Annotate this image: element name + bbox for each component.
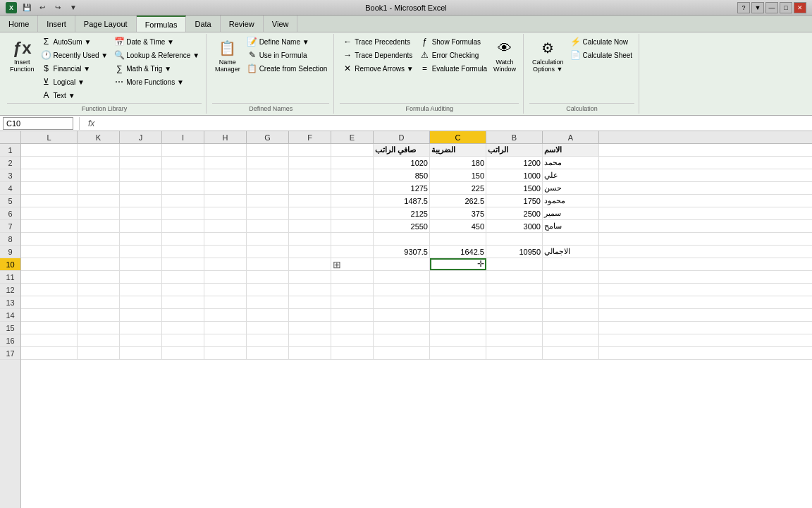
- calculate-now-btn[interactable]: ⚡ Calculate Now: [568, 35, 635, 48]
- cell-E15[interactable]: [331, 322, 374, 334]
- cell-A1[interactable]: الاسم: [543, 144, 599, 156]
- cell-C11[interactable]: [430, 271, 486, 283]
- cell-J16[interactable]: [120, 334, 162, 346]
- minimize-btn[interactable]: —: [765, 2, 778, 13]
- cell-H8[interactable]: [204, 233, 247, 245]
- cell-K2[interactable]: [78, 157, 120, 169]
- use-in-formula-btn[interactable]: ✎ Use in Formula: [245, 49, 330, 61]
- cell-G7[interactable]: [247, 220, 289, 232]
- row-num-6[interactable]: 6: [0, 207, 20, 220]
- cell-E17[interactable]: [331, 347, 374, 359]
- cell-E16[interactable]: [331, 334, 374, 346]
- trace-precedents-btn[interactable]: ← Trace Precedents: [340, 35, 415, 48]
- cell-L2[interactable]: [21, 157, 78, 169]
- cell-A17[interactable]: [543, 347, 599, 359]
- calculation-options-btn[interactable]: ⚙ CalculationOptions ▼: [529, 35, 567, 75]
- row-num-3[interactable]: 3: [0, 169, 20, 182]
- cell-G12[interactable]: [247, 284, 289, 296]
- cell-K1[interactable]: [78, 144, 120, 156]
- cell-L11[interactable]: [21, 271, 78, 283]
- cell-H9[interactable]: [204, 246, 247, 258]
- cell-J7[interactable]: [120, 220, 162, 232]
- row-num-12[interactable]: 12: [0, 284, 20, 296]
- cell-F8[interactable]: [289, 233, 331, 245]
- cell-F11[interactable]: [289, 271, 331, 283]
- row-num-16[interactable]: 16: [0, 334, 20, 347]
- cell-B4[interactable]: 1500: [486, 182, 543, 194]
- cell-I6[interactable]: [162, 207, 204, 219]
- cell-L15[interactable]: [21, 322, 78, 334]
- cell-I2[interactable]: [162, 157, 204, 169]
- cell-K3[interactable]: [78, 169, 120, 181]
- logical-btn[interactable]: ⊻ Logical ▼: [39, 75, 111, 88]
- cell-J14[interactable]: [120, 309, 162, 321]
- row-num-4[interactable]: 4: [0, 182, 20, 195]
- cell-F7[interactable]: [289, 220, 331, 232]
- cell-H2[interactable]: [204, 157, 247, 169]
- cell-H13[interactable]: [204, 296, 247, 308]
- tab-view[interactable]: View: [264, 16, 298, 32]
- cell-J6[interactable]: [120, 207, 162, 219]
- cell-A10[interactable]: [543, 258, 599, 270]
- cell-L13[interactable]: [21, 296, 78, 308]
- help-btn[interactable]: ?: [737, 2, 750, 13]
- cell-K11[interactable]: [78, 271, 120, 283]
- calculate-sheet-btn[interactable]: 📄 Calculate Sheet: [568, 49, 635, 61]
- cell-F16[interactable]: [289, 334, 331, 346]
- cell-A6[interactable]: سمير: [543, 207, 599, 219]
- text-btn[interactable]: A Text ▼: [39, 89, 111, 102]
- cell-J4[interactable]: [120, 182, 162, 194]
- cell-K13[interactable]: [78, 296, 120, 308]
- evaluate-formula-btn[interactable]: = Evaluate Formula: [417, 62, 489, 75]
- cell-B15[interactable]: [486, 322, 543, 334]
- cell-B5[interactable]: 1750: [486, 195, 543, 207]
- cell-I17[interactable]: [162, 347, 204, 359]
- cell-B17[interactable]: [486, 347, 543, 359]
- row-num-1[interactable]: 1: [0, 144, 20, 157]
- cell-B2[interactable]: 1200: [486, 157, 543, 169]
- cell-I15[interactable]: [162, 322, 204, 334]
- cell-F17[interactable]: [289, 347, 331, 359]
- col-header-C[interactable]: C: [430, 131, 486, 143]
- tab-formulas[interactable]: Formulas: [137, 16, 187, 32]
- tab-home[interactable]: Home: [0, 16, 38, 32]
- cell-J10[interactable]: [120, 258, 162, 270]
- cell-A15[interactable]: [543, 322, 599, 334]
- cell-I9[interactable]: [162, 246, 204, 258]
- define-name-btn[interactable]: 📝 Define Name ▼: [245, 35, 330, 48]
- cell-J15[interactable]: [120, 322, 162, 334]
- cell-G5[interactable]: [247, 195, 289, 207]
- cell-C14[interactable]: [430, 309, 486, 321]
- cell-E12[interactable]: [331, 284, 374, 296]
- maximize-btn[interactable]: □: [780, 2, 792, 13]
- formula-input[interactable]: [100, 119, 809, 128]
- cell-B6[interactable]: 2500: [486, 207, 543, 219]
- cell-L1[interactable]: [21, 144, 78, 156]
- cell-F5[interactable]: [289, 195, 331, 207]
- cell-J3[interactable]: [120, 169, 162, 181]
- cell-I8[interactable]: [162, 233, 204, 245]
- cell-B14[interactable]: [486, 309, 543, 321]
- redo-quick-btn[interactable]: ↪: [51, 2, 65, 13]
- cell-H6[interactable]: [204, 207, 247, 219]
- cell-G3[interactable]: [247, 169, 289, 181]
- cell-A13[interactable]: [543, 296, 599, 308]
- cell-G8[interactable]: [247, 233, 289, 245]
- col-header-J[interactable]: J: [120, 131, 162, 143]
- cell-B16[interactable]: [486, 334, 543, 346]
- cell-B1[interactable]: الراتب: [486, 144, 543, 156]
- cell-C12[interactable]: [430, 284, 486, 296]
- create-from-selection-btn[interactable]: 📋 Create from Selection: [245, 62, 330, 75]
- cell-C10[interactable]: ✛: [430, 258, 486, 270]
- cell-B12[interactable]: [486, 284, 543, 296]
- cell-C13[interactable]: [430, 296, 486, 308]
- cell-F15[interactable]: [289, 322, 331, 334]
- name-box[interactable]: [3, 117, 73, 130]
- cell-J2[interactable]: [120, 157, 162, 169]
- cell-D15[interactable]: [374, 322, 430, 334]
- cell-E6[interactable]: [331, 207, 374, 219]
- cell-D6[interactable]: 2125: [374, 207, 430, 219]
- cell-K12[interactable]: [78, 284, 120, 296]
- cell-B3[interactable]: 1000: [486, 169, 543, 181]
- tab-page-layout[interactable]: Page Layout: [75, 16, 137, 32]
